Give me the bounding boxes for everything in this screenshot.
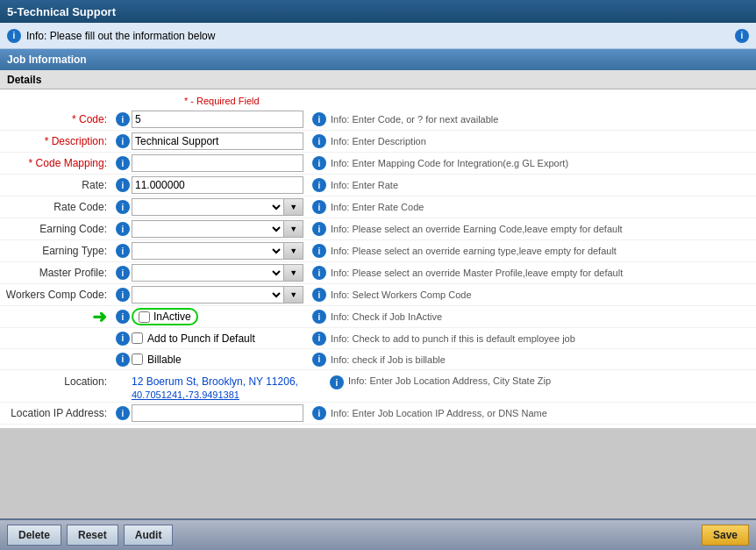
- codemapping-input[interactable]: [132, 154, 303, 172]
- location-address: 12 Boerum St, Brooklyn, NY 11206,: [132, 374, 321, 389]
- earningcode-info-icon2[interactable]: i: [312, 222, 326, 236]
- workerscomp-info-icon[interactable]: i: [116, 288, 130, 302]
- earningtype-info-icon[interactable]: i: [116, 244, 130, 258]
- inactive-info-icon2[interactable]: i: [312, 310, 326, 324]
- code-label: * Code:: [72, 113, 107, 125]
- billable-info-icon2[interactable]: i: [312, 353, 326, 367]
- inactive-circle-wrapper: InActive: [132, 308, 198, 325]
- description-input[interactable]: [132, 132, 303, 150]
- earningcode-dropdown-btn[interactable]: ▼: [284, 220, 303, 238]
- codemapping-info-text: Info: Enter Mapping Code for Integration…: [331, 158, 568, 168]
- details-header: Details: [0, 70, 756, 89]
- billable-checkbox[interactable]: [132, 354, 143, 365]
- description-info-text: Info: Enter Description: [331, 136, 426, 146]
- workerscomp-info-icon2[interactable]: i: [312, 288, 326, 302]
- locationip-info-icon[interactable]: i: [116, 406, 130, 420]
- rate-info-text: Info: Enter Rate: [331, 180, 398, 190]
- earningcode-select[interactable]: [132, 220, 284, 238]
- description-label: * Description:: [45, 135, 107, 147]
- delete-button[interactable]: Delete: [7, 525, 61, 546]
- earningtype-label: Earning Type:: [42, 245, 107, 257]
- earningcode-info-icon[interactable]: i: [116, 222, 130, 236]
- billable-info-text: Info: check if Job is billable: [331, 354, 446, 365]
- title-text: 5-Technical Support: [7, 5, 116, 18]
- locationip-info-text: Info: Enter Job Location IP Address, or …: [331, 408, 547, 418]
- billable-label: Billable: [147, 354, 182, 366]
- codemapping-info-icon2[interactable]: i: [312, 156, 326, 170]
- inactive-info-icon[interactable]: i: [116, 310, 130, 324]
- workerscomp-info-text: Info: Select Workers Comp Code: [331, 289, 472, 300]
- reset-button[interactable]: Reset: [67, 525, 118, 546]
- location-info-text: Info: Enter Job Location Address, City S…: [348, 375, 551, 386]
- masterprofile-info-text: Info: Please select an override Master P…: [331, 268, 623, 278]
- rate-info-icon2[interactable]: i: [312, 178, 326, 192]
- ratecode-dropdown-btn[interactable]: ▼: [284, 198, 303, 216]
- earningtype-info-icon2[interactable]: i: [312, 244, 326, 258]
- addtopunch-info-icon2[interactable]: i: [312, 332, 326, 346]
- addtopunch-info-text: Info: Check to add to punch if this is d…: [331, 333, 575, 344]
- ratecode-select[interactable]: [132, 198, 284, 216]
- masterprofile-label: Master Profile:: [39, 267, 107, 279]
- location-label: Location:: [64, 375, 107, 388]
- masterprofile-info-icon[interactable]: i: [116, 266, 130, 280]
- locationip-label: Location IP Address:: [11, 407, 107, 419]
- description-info-icon[interactable]: i: [116, 134, 130, 148]
- green-arrow: ➜: [92, 306, 107, 327]
- location-coords[interactable]: 40.7051241,-73.9491381: [132, 389, 321, 400]
- earningtype-dropdown-btn[interactable]: ▼: [284, 242, 303, 260]
- info-bar: i Info: Please fill out the information …: [0, 23, 756, 49]
- ratecode-info-text: Info: Enter Rate Code: [331, 202, 424, 212]
- section-header: Job Information: [0, 49, 756, 70]
- addtopunch-info-icon[interactable]: i: [116, 332, 130, 346]
- inactive-checkbox[interactable]: [139, 311, 150, 323]
- masterprofile-info-icon2[interactable]: i: [312, 266, 326, 280]
- code-info-text: Info: Enter Code, or ? for next availabl…: [331, 114, 498, 125]
- save-button[interactable]: Save: [702, 525, 749, 546]
- addtopunch-checkbox[interactable]: [132, 332, 143, 344]
- audit-button[interactable]: Audit: [124, 525, 174, 546]
- earningtype-select[interactable]: [132, 242, 284, 260]
- location-info-icon[interactable]: i: [330, 375, 344, 389]
- required-note: * - Required Field: [184, 96, 260, 106]
- code-info-icon[interactable]: i: [116, 112, 130, 126]
- ratecode-label: Rate Code:: [53, 201, 107, 213]
- title-bar: 5-Technical Support: [0, 0, 756, 23]
- code-info-icon2[interactable]: i: [312, 112, 326, 126]
- rate-label: Rate:: [82, 179, 107, 191]
- workerscomp-select[interactable]: [132, 286, 284, 304]
- earningcode-info-text: Info: Please select an override Earning …: [331, 224, 623, 234]
- ratecode-info-icon[interactable]: i: [116, 200, 130, 214]
- description-info-icon2[interactable]: i: [312, 134, 326, 148]
- code-input[interactable]: [132, 111, 303, 128]
- earningtype-info-text: Info: Please select an override earning …: [331, 246, 617, 256]
- addtopunch-label: Add to Punch if Default: [147, 332, 255, 345]
- info-bar-text: Info: Please fill out the information be…: [26, 30, 215, 42]
- ratecode-info-icon2[interactable]: i: [312, 200, 326, 214]
- workerscomp-label: Workers Comp Code:: [6, 289, 107, 301]
- codemapping-label: * Code Mapping:: [29, 157, 107, 169]
- rate-info-icon[interactable]: i: [116, 178, 130, 192]
- rate-input[interactable]: [132, 176, 303, 194]
- workerscomp-dropdown-btn[interactable]: ▼: [284, 286, 303, 304]
- info-icon-right: i: [735, 29, 749, 43]
- locationip-input[interactable]: [132, 404, 303, 422]
- info-icon-left: i: [7, 29, 21, 43]
- masterprofile-select[interactable]: [132, 264, 284, 282]
- codemapping-info-icon[interactable]: i: [116, 156, 130, 170]
- billable-info-icon[interactable]: i: [116, 353, 130, 367]
- masterprofile-dropdown-btn[interactable]: ▼: [284, 264, 303, 282]
- earningcode-label: Earning Code:: [39, 223, 107, 235]
- locationip-info-icon2[interactable]: i: [312, 406, 326, 420]
- inactive-label: InActive: [153, 311, 191, 323]
- footer-bar: Delete Reset Audit Save: [0, 518, 756, 550]
- inactive-info-text: Info: Check if Job InActive: [331, 311, 442, 322]
